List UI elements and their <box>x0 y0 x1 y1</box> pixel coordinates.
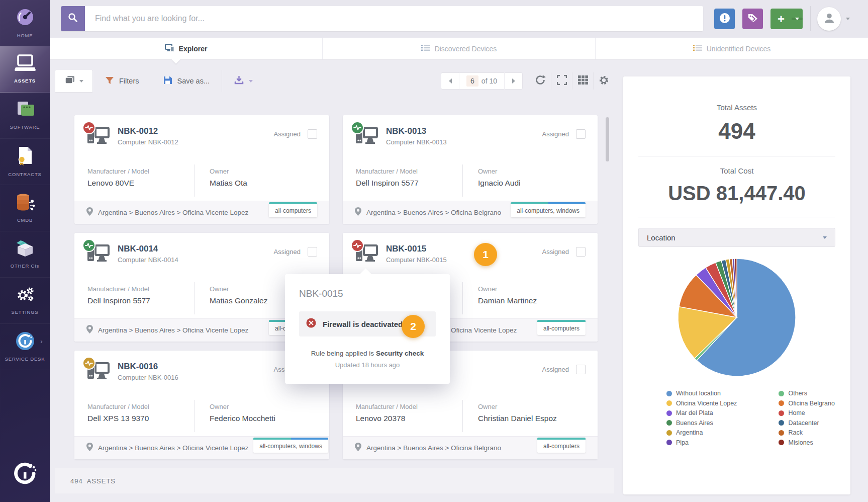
tag-label: all-computers <box>543 325 580 332</box>
popup-asset-title: NBK-0015 <box>299 288 436 299</box>
asset-title[interactable]: NBK-0014 <box>118 244 178 254</box>
sidebar-label: SETTINGS <box>12 309 39 315</box>
alerts-button[interactable] <box>714 9 735 29</box>
owner-value: Christian Daniel Espoz <box>478 414 585 423</box>
tab-label: Unidentified Devices <box>707 45 771 53</box>
software-window-icon <box>15 101 35 121</box>
tag-chip[interactable]: all-computers, windows <box>511 202 586 217</box>
location-breadcrumb: Argentina > Buenos Aires > Oficina Belgr… <box>366 444 501 452</box>
tag-color-bar <box>253 438 328 440</box>
save-as-button[interactable]: Save as... <box>151 70 221 92</box>
tag-label: all-computers <box>275 207 311 214</box>
list-toolbar: Filters Save as... 6 of 10 <box>55 70 614 92</box>
asset-card[interactable]: NBK-0013 Computer NBK-0013 Assigned Manu… <box>343 115 598 224</box>
grid-icon <box>578 75 588 87</box>
asset-checkbox[interactable] <box>576 129 586 139</box>
refresh-button[interactable] <box>530 72 551 90</box>
tab-unidentified-devices[interactable]: Unidentified Devices <box>595 38 868 59</box>
list-icon <box>421 44 430 53</box>
location-pin-icon <box>86 207 93 218</box>
export-button[interactable] <box>222 70 265 92</box>
sidebar-label: ASSETS <box>14 78 36 83</box>
chevron-down-icon <box>795 18 799 20</box>
add-asset-button[interactable]: + <box>770 9 803 29</box>
list-icon <box>693 44 702 53</box>
user-menu-caret[interactable] <box>846 18 850 20</box>
save-as-label: Save as... <box>177 77 209 85</box>
location-pin-icon <box>86 325 93 336</box>
legend-item: Argentina <box>666 429 752 437</box>
asset-checkbox[interactable] <box>576 247 586 257</box>
asset-title[interactable]: NBK-0016 <box>118 362 178 372</box>
legend-label: Buenos Aires <box>676 420 713 427</box>
legend-item: Mar del Plata <box>666 409 752 417</box>
legend-color-dot <box>779 420 784 426</box>
sidebar-item-settings[interactable]: SETTINGS <box>0 278 50 324</box>
total-assets-label: Total Assets <box>623 103 850 112</box>
funnel-icon <box>105 76 114 86</box>
legend-color-dot <box>666 430 672 436</box>
computer-icon <box>86 139 110 148</box>
scrollbar-thumb[interactable] <box>606 117 609 161</box>
user-icon <box>823 12 836 27</box>
annotation-badge-1: 1 <box>474 243 497 266</box>
status-pulse-badge <box>82 239 95 252</box>
tag-chip[interactable]: all-computers, windows <box>253 438 328 453</box>
asset-title[interactable]: NBK-0015 <box>386 244 447 254</box>
location-pin-icon <box>86 443 93 453</box>
tab-explorer[interactable]: Explorer <box>50 38 322 59</box>
location-filter-select[interactable]: Location <box>638 228 835 247</box>
asset-title[interactable]: NBK-0013 <box>386 126 447 136</box>
sidebar-item-software[interactable]: SOFTWARE <box>0 93 50 139</box>
sidebar-item-cmdb[interactable]: CMDB <box>0 185 50 231</box>
sidebar-item-service-desk[interactable]: › SERVICE DESK <box>0 324 50 370</box>
manufacturer-value: Dell Inspiron 5577 <box>87 296 194 305</box>
topbar: + <box>50 0 868 38</box>
manufacturer-label: Manufacturer / Model <box>356 168 462 175</box>
sidebar-item-home[interactable]: HOME <box>0 0 50 46</box>
owner-value: Damian Martinez <box>478 296 585 305</box>
tag-chip[interactable]: all-computers <box>269 202 317 217</box>
chevron-down-icon <box>79 80 83 82</box>
asset-subtitle: Computer NBK-0013 <box>386 138 447 146</box>
pagination: 6 of 10 <box>441 72 523 90</box>
chevron-right-icon: › <box>40 338 42 345</box>
legend-label: Others <box>788 390 807 397</box>
refresh-icon <box>535 74 546 88</box>
next-page-button[interactable] <box>504 72 522 90</box>
current-page[interactable]: 6 <box>466 75 478 87</box>
owner-label: Owner <box>210 168 316 175</box>
tag-color-bar <box>269 202 317 204</box>
tab-discovered-devices[interactable]: Discovered Devices <box>322 38 595 59</box>
tags-button[interactable] <box>742 9 763 29</box>
location-breadcrumb: Argentina > Buenos Aires > Oficina Vicen… <box>98 326 248 334</box>
filters-button[interactable]: Filters <box>92 70 151 92</box>
add-dropdown[interactable] <box>792 18 803 20</box>
asset-card[interactable]: NBK-0012 Computer NBK-0012 Assigned Manu… <box>74 115 329 224</box>
search-input[interactable] <box>85 6 703 31</box>
user-avatar[interactable] <box>817 7 841 31</box>
location-pie-chart <box>623 252 850 386</box>
sidebar-item-assets[interactable]: ASSETS <box>0 46 50 93</box>
table-view-button[interactable] <box>572 72 593 90</box>
gears-icon <box>15 286 35 306</box>
asset-title[interactable]: NBK-0012 <box>118 126 178 136</box>
tag-label: all-computers, windows <box>517 207 580 214</box>
sidebar-label: SOFTWARE <box>10 124 40 130</box>
sidebar-item-contracts[interactable]: CONTRACTS <box>0 139 50 185</box>
settings-button[interactable] <box>593 72 614 90</box>
sidebar-item-other-cis[interactable]: OTHER CIs <box>0 231 50 278</box>
gear-icon <box>599 75 609 88</box>
asset-checkbox[interactable] <box>576 365 586 374</box>
search-button[interactable] <box>61 6 85 31</box>
tag-chip[interactable]: all-computers <box>537 320 586 335</box>
tag-chip[interactable]: all-computers <box>537 438 586 453</box>
fullscreen-button[interactable] <box>551 72 572 90</box>
page-count: of 10 <box>481 77 497 85</box>
location-breadcrumb: Argentina > Buenos Aires > Oficina Belgr… <box>366 209 501 216</box>
view-mode-button[interactable] <box>55 70 92 92</box>
asset-checkbox[interactable] <box>308 129 317 139</box>
prev-page-button[interactable] <box>441 72 459 90</box>
manufacturer-value: Dell XPS 13 9370 <box>87 414 194 423</box>
asset-checkbox[interactable] <box>308 247 317 257</box>
